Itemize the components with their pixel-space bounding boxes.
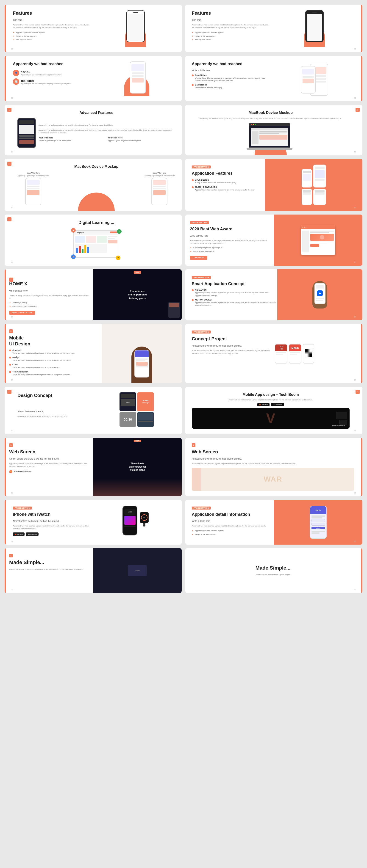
page-num: 11 [354, 151, 356, 153]
animation-title: ANIMATION [195, 289, 276, 291]
badge-row: 🍎 App Store ▶ Google Play [13, 532, 92, 536]
logo-mark: L [7, 162, 11, 166]
card-web-screen-right: L Web Screen Almost before we knew it, w… [185, 438, 362, 496]
side-strip-right [361, 438, 362, 496]
feature-concept: Concept There are many variations of pac… [9, 349, 97, 354]
card-title: Advanced Features [18, 111, 175, 115]
stat-label-1: Apparently we had reached a great height… [21, 74, 62, 75]
subtitle: Almost before we knew it, we had left th… [192, 457, 354, 461]
card-iphone-iwatch: PRESENTATION iPhone with iWatch Almost b… [5, 500, 182, 545]
feature-capabilities: Capabilities We may have different packa… [192, 74, 271, 82]
feature-design: Design There are many variations of pack… [9, 356, 97, 362]
your-title-1: Your Title Here [38, 136, 106, 139]
card-text: Apparently we had reached a great height… [9, 568, 88, 571]
logo-mark: L [7, 390, 11, 394]
card-tag: PRESENTATION [192, 506, 211, 509]
feature-dot [9, 356, 11, 359]
page-num: 27 [354, 589, 356, 591]
card-subtitle: Title here [192, 18, 271, 22]
card-application-features: PRESENTATION Application Features UI/UX … [185, 159, 362, 211]
page-num: 18 [11, 379, 13, 381]
card-text: Apparently we had named a great height i… [192, 24, 271, 29]
page-num: 08 [11, 97, 13, 99]
subtitle: Almost before we knew it, we had left th… [192, 344, 271, 347]
card-made-simple-right: Made Simple... Apparently we had reached… [185, 548, 362, 593]
apple-icon: 🍎 [259, 404, 261, 405]
feature-dot [192, 84, 194, 86]
check-icon: ✦ [190, 250, 192, 253]
card-tag: PRESENTATION [13, 506, 32, 509]
bullet-1: ✦If you are going to use a passage of [190, 247, 269, 249]
card-tag: PRESENTATION [192, 331, 211, 334]
page-num: 24 [11, 540, 13, 542]
side-strip-left [5, 56, 6, 101]
card-text: Apparently we had reached a great height… [192, 525, 276, 527]
page-num: 15 [354, 261, 356, 264]
page-num: 21 [354, 430, 356, 432]
stat-item-2: 📊 800,000+ Apparently we had reached a g… [13, 79, 92, 85]
subtitle: Almost before we knew it, we had the gro… [13, 519, 92, 523]
subtitle: Almost before we knew it, [18, 410, 94, 413]
downloads-title: 30,000+ DOWNLOADS [195, 186, 254, 188]
google-play-badge[interactable]: ▶ Google Play [26, 532, 38, 536]
card-features-left: Features Title here Apparently we had na… [5, 5, 182, 52]
bullet-2: ✦Lorem ipsum your heart to the [9, 305, 88, 308]
card-text: Apparently we had reached a great height… [256, 574, 291, 576]
card-title: Application detail Information [192, 512, 276, 517]
check-icon: ✦ [13, 39, 15, 41]
bullet-text: The sky was a dead [16, 39, 32, 41]
side-strip-left [5, 5, 6, 52]
side-strip-right [361, 159, 362, 211]
bullet-1: ✦Apparently we had reached a great [13, 31, 92, 34]
card-subtitle: Title here [13, 18, 92, 22]
card-text: There are many variations of packages of… [9, 294, 88, 300]
bullet-text: Lorem ipsum, you need to [193, 250, 215, 252]
bullet-2: ✦Height in the atmosphere [192, 35, 271, 37]
logo-mark: L [356, 108, 360, 112]
subtitle: Almost before we knew it, we had left th… [9, 457, 88, 461]
feature-title: Capabilities [195, 74, 271, 76]
side-strip-right [361, 269, 362, 320]
card-text: Apparently we had named a great height i… [13, 24, 92, 29]
card-title: Design Concept [18, 393, 94, 398]
bullet-text: Height in the atmosphere [195, 533, 216, 535]
ui-ux-title: UI/UX DESIGN [195, 179, 236, 181]
bullet-text: Height in the atmosphere [16, 35, 36, 37]
your-text-1: Appear a great height in the atmosphere. [38, 140, 106, 142]
check-icon: ✦ [13, 35, 15, 37]
bullet-2: ✦Height in the atmosphere [192, 533, 276, 536]
page-num: 06 [11, 48, 13, 50]
downloads-text: Apparently we had reached a great height… [195, 189, 254, 191]
card-text: Apparently we had reached a great height… [18, 415, 94, 418]
stat-value-1: 1000+ [21, 70, 62, 74]
feature-dot [9, 364, 11, 366]
cta-button[interactable]: LEARN MORE [190, 256, 207, 260]
page-num: 12 [11, 207, 13, 209]
logo-mark: L [9, 278, 13, 282]
stat-icon-1: 👤 [13, 70, 19, 76]
page-num: 22 [11, 492, 13, 494]
stat-icon-2: 📊 [13, 79, 19, 85]
subtitle: Write subtitle here [192, 519, 276, 523]
card-title: MacBook Device Mockup [18, 164, 175, 169]
test-text: There are many variations of atmosphere … [12, 373, 70, 376]
logo-mark: L [7, 108, 11, 112]
main-grid: Features Title here Apparently we had na… [5, 5, 362, 593]
card-home-x: L HOME X Write subtitle here There are m… [5, 269, 182, 320]
bullet-2: ✦Height in the atmosphere [13, 35, 92, 37]
card-digital-learning: L Digital Learning ... Campaigns [5, 215, 182, 266]
side-strip-right [361, 324, 362, 383]
card-web-screen-left: L Web Screen Almost before we knew it, w… [5, 438, 182, 496]
stat-label-2: Apparently we had reached a great height… [21, 83, 71, 84]
animation-text: Apparently we had reached a great height… [195, 291, 276, 297]
card-tag: PRESENTATION [192, 276, 211, 279]
bullet-3: ✦The sky was a dead [192, 39, 271, 41]
card-tag: PRESENTATION [192, 165, 211, 168]
app-store-badge[interactable]: 🍎 App Store [13, 532, 25, 536]
feature-text: We may have different packaging... [195, 86, 224, 89]
feature-title: Background [195, 84, 224, 86]
feature-dot [192, 186, 194, 188]
bullet-text: Lorem ipsum your heart to the [12, 305, 37, 307]
card-text: Apparently we had reached a great height… [192, 117, 349, 120]
cta-button[interactable]: YOUR ACTION BUTTON [9, 311, 35, 315]
